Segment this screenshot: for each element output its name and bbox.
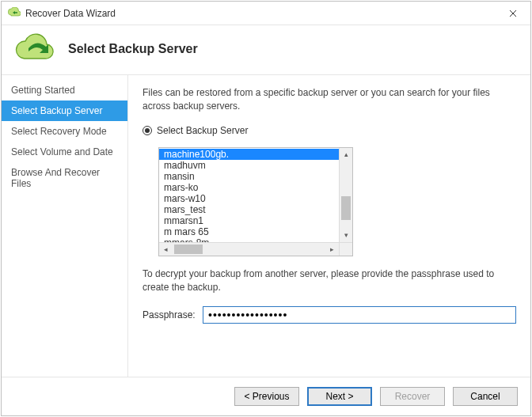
cloud-recover-icon xyxy=(14,33,55,65)
step-browse-and-recover[interactable]: Browse And Recover Files xyxy=(2,162,127,194)
passphrase-label: Passphrase: xyxy=(142,309,196,320)
horizontal-scrollbar[interactable]: ◂ ▸ xyxy=(159,242,352,256)
footer: < Previous Next > Recover Cancel xyxy=(2,377,530,415)
scroll-up-icon[interactable]: ▴ xyxy=(340,148,352,161)
list-item[interactable]: mmarsn1 xyxy=(159,215,339,226)
passphrase-description: To decrypt your backup from another serv… xyxy=(142,267,516,295)
scroll-down-icon[interactable]: ▾ xyxy=(340,229,352,242)
window-title: Recover Data Wizard xyxy=(25,8,495,19)
list-item[interactable]: madhuvm xyxy=(159,160,339,171)
radio-icon xyxy=(142,126,152,135)
wizard-steps-sidebar: Getting Started Select Backup Server Sel… xyxy=(2,75,128,377)
main-panel: Files can be restored from a specific ba… xyxy=(128,75,530,377)
header: Select Backup Server xyxy=(2,25,530,75)
close-button[interactable] xyxy=(495,2,530,25)
passphrase-row: Passphrase: xyxy=(142,306,516,324)
list-item[interactable]: mars-w10 xyxy=(159,193,339,204)
scroll-thumb[interactable] xyxy=(341,196,351,220)
next-button[interactable]: Next > xyxy=(307,387,372,406)
step-select-backup-server[interactable]: Select Backup Server xyxy=(2,100,127,121)
select-backup-server-radio[interactable]: Select Backup Server xyxy=(142,125,516,136)
list-item[interactable]: machine100gb. xyxy=(159,149,339,160)
step-getting-started[interactable]: Getting Started xyxy=(2,80,127,100)
radio-label: Select Backup Server xyxy=(157,125,248,136)
scroll-right-icon[interactable]: ▸ xyxy=(325,243,339,256)
step-select-volume-and-date[interactable]: Select Volume and Date xyxy=(2,142,127,162)
previous-button[interactable]: < Previous xyxy=(234,387,299,406)
titlebar: Recover Data Wizard xyxy=(2,2,530,25)
scroll-track[interactable] xyxy=(173,243,325,256)
list-item[interactable]: mars_test xyxy=(159,204,339,215)
scroll-thumb[interactable] xyxy=(174,245,203,254)
scroll-track[interactable] xyxy=(340,161,352,229)
vertical-scrollbar[interactable]: ▴ ▾ xyxy=(339,148,352,242)
app-icon xyxy=(8,7,21,20)
cancel-button[interactable]: Cancel xyxy=(453,387,518,406)
server-list-container: machine100gb. madhuvm mansin mars-ko mar… xyxy=(158,147,353,256)
step-select-recovery-mode[interactable]: Select Recovery Mode xyxy=(2,121,127,142)
list-item[interactable]: m mars 65 xyxy=(159,226,339,237)
passphrase-input[interactable] xyxy=(203,306,516,324)
scroll-left-icon[interactable]: ◂ xyxy=(159,243,173,256)
recover-button: Recover xyxy=(380,387,445,406)
wizard-window: Recover Data Wizard Select Backup Server… xyxy=(1,1,531,416)
server-listbox[interactable]: machine100gb. madhuvm mansin mars-ko mar… xyxy=(159,148,339,242)
page-title: Select Backup Server xyxy=(68,42,198,56)
scroll-corner xyxy=(339,243,352,256)
body: Getting Started Select Backup Server Sel… xyxy=(2,75,530,377)
list-item[interactable]: mansin xyxy=(159,171,339,182)
description-text: Files can be restored from a specific ba… xyxy=(142,86,516,114)
list-item[interactable]: mars-ko xyxy=(159,182,339,193)
